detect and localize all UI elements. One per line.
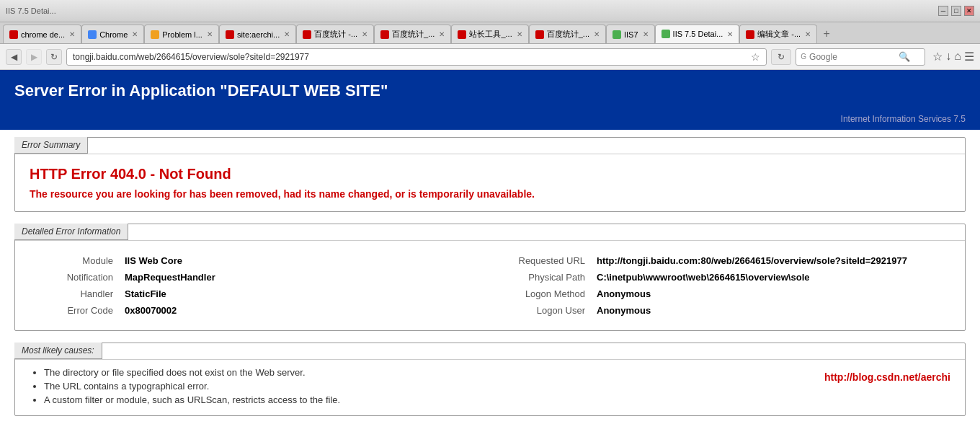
search-icon[interactable]: 🔍 (899, 51, 910, 62)
table-row: Logon User Anonymous (490, 302, 962, 319)
tab-close-icon[interactable]: ✕ (594, 30, 600, 38)
label-module: Module (18, 252, 119, 269)
list-item: The URL contains a typographical error. (44, 381, 340, 392)
search-logo-icon: G (801, 53, 806, 61)
detailed-error-title: Detailed Error Information (14, 224, 128, 240)
tab-favicon (535, 30, 544, 39)
detail-columns: Module IIS Web Core Notification MapRequ… (18, 247, 962, 324)
window-title: IIS 7.5 Detai... (6, 6, 56, 15)
label-notification: Notification (18, 269, 119, 286)
error-summary-section: Error Summary HTTP Error 404.0 - Not Fou… (14, 137, 966, 212)
table-row: Handler StaticFile (18, 286, 490, 302)
tab-label: Chrome (99, 30, 128, 39)
page-title: Server Error in Application "DEFAULT WEB… (14, 81, 966, 100)
label-handler: Handler (18, 286, 119, 302)
tab-label: 百度统计_... (547, 29, 589, 40)
label-error-code: Error Code (18, 302, 119, 319)
tab-label: site:aerchi... (237, 30, 280, 39)
tab-close-icon[interactable]: ✕ (207, 30, 213, 38)
tab-baidu3[interactable]: 百度统计_... ✕ (529, 25, 606, 43)
value-requested-url: http://tongji.baidu.com:80/web/2664615/o… (591, 252, 962, 269)
tab-favicon (151, 30, 159, 39)
detailed-error-header: Detailed Error Information (15, 224, 965, 241)
tab-favicon (612, 30, 621, 39)
tab-label: IIS7 (624, 30, 638, 39)
new-tab-button[interactable]: + (817, 25, 836, 43)
detailed-error-section: Detailed Error Information Module IIS We… (14, 224, 966, 331)
causes-content-row: The directory or file specified does not… (15, 360, 965, 415)
table-row: Module IIS Web Core (18, 252, 490, 269)
maximize-button[interactable]: □ (951, 6, 961, 16)
label-logon-method: Logon Method (490, 286, 591, 302)
home-icon[interactable]: ⌂ (954, 50, 961, 63)
iis-header: Server Error in Application "DEFAULT WEB… (0, 70, 980, 112)
tab-label: chrome de... (21, 30, 65, 39)
search-input[interactable] (809, 52, 896, 62)
error-summary-content: HTTP Error 404.0 - Not Found The resourc… (15, 154, 965, 211)
iis-error-page: Server Error in Application "DEFAULT WEB… (0, 70, 980, 424)
error-summary-title: Error Summary (14, 137, 88, 154)
tab-favicon (662, 30, 670, 38)
tab-chrome[interactable]: Chrome ✕ (81, 25, 144, 43)
causes-section: Most likely causes: The directory or fil… (14, 343, 966, 416)
tab-label: 编辑文章 -... (757, 29, 801, 40)
close-button[interactable]: ✕ (964, 6, 974, 16)
reload-btn2[interactable]: ↻ (771, 49, 791, 65)
tab-baidu2[interactable]: 百度统计_... ✕ (374, 25, 451, 43)
tab-edit[interactable]: 编辑文章 -... ✕ (739, 25, 817, 43)
download-icon[interactable]: ↓ (945, 50, 951, 63)
tab-iis7[interactable]: IIS7 ✕ (606, 25, 655, 43)
value-error-code: 0x80070002 (119, 302, 490, 319)
address-text: tongji.baidu.com/web/2664615/overview/so… (73, 52, 751, 62)
tab-favicon (88, 30, 97, 39)
search-bar[interactable]: G 🔍 (796, 48, 925, 66)
reload-button[interactable]: ↻ (46, 49, 62, 65)
table-row: Logon Method Anonymous (490, 286, 962, 302)
label-logon-user: Logon User (490, 302, 591, 319)
tab-close-icon[interactable]: ✕ (805, 30, 811, 38)
tab-close-icon[interactable]: ✕ (362, 30, 368, 38)
forward-button[interactable]: ▶ (26, 49, 42, 65)
table-row: Error Code 0x80070002 (18, 302, 490, 319)
table-row: Physical Path C:\inetpub\wwwroot\web\266… (490, 269, 962, 286)
tab-bar: chrome de... ✕ Chrome ✕ Problem l... ✕ s… (0, 22, 980, 44)
nav-bar: ◀ ▶ ↻ tongji.baidu.com/web/2664615/overv… (0, 44, 980, 70)
menu-icon[interactable]: ☰ (964, 50, 974, 63)
value-logon-method: Anonymous (591, 286, 962, 302)
star-icon[interactable]: ☆ (932, 50, 943, 63)
left-detail-table: Module IIS Web Core Notification MapRequ… (18, 252, 490, 319)
tab-aerchi[interactable]: site:aerchi... ✕ (219, 25, 296, 43)
table-row: Requested URL http://tongji.baidu.com:80… (490, 252, 962, 269)
list-item: The directory or file specified does not… (44, 367, 340, 378)
title-bar: IIS 7.5 Detai... ─ □ ✕ (0, 0, 980, 22)
tab-close-icon[interactable]: ✕ (643, 30, 649, 38)
tab-close-icon[interactable]: ✕ (69, 30, 75, 38)
bookmark-star-icon[interactable]: ☆ (751, 51, 760, 63)
causes-list: The directory or file specified does not… (15, 360, 355, 415)
tab-close-icon[interactable]: ✕ (132, 30, 138, 38)
tab-problem[interactable]: Problem l... ✕ (144, 25, 219, 43)
tab-baidu1[interactable]: 百度统计 -... ✕ (296, 25, 374, 43)
tab-close-icon[interactable]: ✕ (517, 30, 522, 38)
tab-label: Problem l... (162, 30, 202, 39)
tab-favicon (380, 30, 389, 39)
tab-chrome-de[interactable]: chrome de... ✕ (3, 25, 81, 43)
tab-favicon (303, 30, 311, 39)
minimize-button[interactable]: ─ (938, 6, 948, 16)
causes-title: Most likely causes: (14, 343, 102, 359)
service-info: Internet Information Services 7.5 (841, 114, 966, 124)
tab-favicon (458, 30, 466, 39)
value-handler: StaticFile (119, 286, 490, 302)
address-bar[interactable]: tongji.baidu.com/web/2664615/overview/so… (66, 48, 767, 66)
tab-close-icon[interactable]: ✕ (284, 30, 290, 38)
error-description: The resource you are looking for has bee… (30, 188, 950, 200)
back-button[interactable]: ◀ (6, 49, 22, 65)
tab-iis75[interactable]: IIS 7.5 Detai... ✕ (655, 25, 740, 43)
iis-subheader: Internet Information Services 7.5 (0, 112, 980, 130)
tab-tools[interactable]: 站长工具_... ✕ (451, 25, 528, 43)
tab-close-icon[interactable]: ✕ (727, 30, 733, 38)
toolbar-icons: ☆ ↓ ⌂ ☰ (932, 50, 974, 63)
causes-header: Most likely causes: (15, 343, 965, 360)
tab-close-icon[interactable]: ✕ (439, 30, 445, 38)
tab-label: 百度统计_... (392, 29, 435, 40)
